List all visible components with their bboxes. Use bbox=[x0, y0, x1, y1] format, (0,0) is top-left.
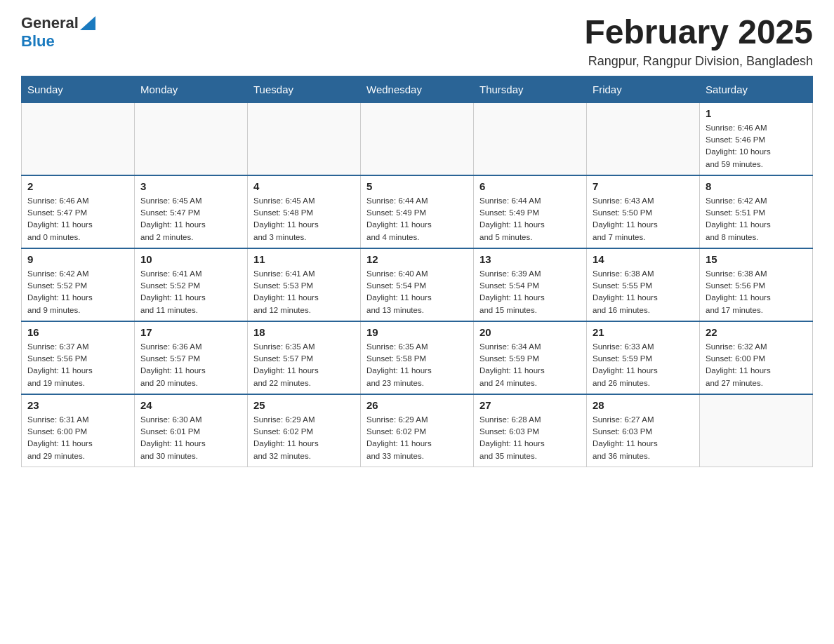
day-info: Sunrise: 6:38 AM Sunset: 5:56 PM Dayligh… bbox=[706, 268, 807, 316]
calendar-cell bbox=[700, 394, 813, 467]
calendar-cell: 17Sunrise: 6:36 AM Sunset: 5:57 PM Dayli… bbox=[135, 321, 248, 394]
day-number: 25 bbox=[253, 399, 355, 411]
logo-text-general: General bbox=[21, 14, 79, 32]
day-number: 2 bbox=[27, 180, 128, 192]
calendar-cell: 27Sunrise: 6:28 AM Sunset: 6:03 PM Dayli… bbox=[474, 394, 587, 467]
day-number: 14 bbox=[593, 253, 694, 265]
calendar-cell: 5Sunrise: 6:44 AM Sunset: 5:49 PM Daylig… bbox=[361, 175, 474, 248]
day-number: 6 bbox=[479, 180, 581, 192]
day-info: Sunrise: 6:39 AM Sunset: 5:54 PM Dayligh… bbox=[479, 268, 581, 316]
day-info: Sunrise: 6:38 AM Sunset: 5:55 PM Dayligh… bbox=[593, 268, 694, 316]
day-info: Sunrise: 6:42 AM Sunset: 5:51 PM Dayligh… bbox=[706, 195, 807, 243]
calendar-cell: 6Sunrise: 6:44 AM Sunset: 5:49 PM Daylig… bbox=[474, 175, 587, 248]
day-number: 1 bbox=[706, 107, 807, 119]
day-number: 11 bbox=[253, 253, 355, 265]
day-number: 26 bbox=[366, 399, 468, 411]
day-info: Sunrise: 6:27 AM Sunset: 6:03 PM Dayligh… bbox=[593, 414, 694, 462]
calendar-cell: 18Sunrise: 6:35 AM Sunset: 5:57 PM Dayli… bbox=[248, 321, 361, 394]
calendar-cell: 12Sunrise: 6:40 AM Sunset: 5:54 PM Dayli… bbox=[361, 248, 474, 321]
logo-triangle-icon bbox=[80, 16, 95, 30]
calendar-cell: 2Sunrise: 6:46 AM Sunset: 5:47 PM Daylig… bbox=[22, 175, 135, 248]
weekday-header-saturday: Saturday bbox=[700, 76, 813, 102]
calendar-cell bbox=[587, 102, 700, 175]
weekday-header-tuesday: Tuesday bbox=[248, 76, 361, 102]
day-number: 19 bbox=[366, 326, 468, 338]
calendar-cell: 20Sunrise: 6:34 AM Sunset: 5:59 PM Dayli… bbox=[474, 321, 587, 394]
day-number: 15 bbox=[706, 253, 807, 265]
day-number: 5 bbox=[366, 180, 468, 192]
day-info: Sunrise: 6:45 AM Sunset: 5:47 PM Dayligh… bbox=[140, 195, 241, 243]
calendar-cell: 19Sunrise: 6:35 AM Sunset: 5:58 PM Dayli… bbox=[361, 321, 474, 394]
calendar-cell bbox=[248, 102, 361, 175]
day-number: 9 bbox=[27, 253, 128, 265]
day-number: 16 bbox=[27, 326, 128, 338]
day-number: 3 bbox=[140, 180, 241, 192]
logo: General Blue bbox=[21, 14, 95, 51]
logo-text-blue: Blue bbox=[21, 32, 55, 51]
weekday-row: SundayMondayTuesdayWednesdayThursdayFrid… bbox=[22, 76, 813, 102]
day-number: 22 bbox=[706, 326, 807, 338]
calendar-cell: 11Sunrise: 6:41 AM Sunset: 5:53 PM Dayli… bbox=[248, 248, 361, 321]
calendar-cell bbox=[361, 102, 474, 175]
calendar-cell: 8Sunrise: 6:42 AM Sunset: 5:51 PM Daylig… bbox=[700, 175, 813, 248]
day-info: Sunrise: 6:28 AM Sunset: 6:03 PM Dayligh… bbox=[479, 414, 581, 462]
calendar-week-5: 23Sunrise: 6:31 AM Sunset: 6:00 PM Dayli… bbox=[22, 394, 813, 467]
day-number: 13 bbox=[479, 253, 581, 265]
calendar-table: SundayMondayTuesdayWednesdayThursdayFrid… bbox=[21, 76, 813, 467]
weekday-header-wednesday: Wednesday bbox=[361, 76, 474, 102]
day-info: Sunrise: 6:36 AM Sunset: 5:57 PM Dayligh… bbox=[140, 341, 241, 389]
calendar-cell bbox=[22, 102, 135, 175]
day-number: 4 bbox=[253, 180, 355, 192]
calendar-cell: 9Sunrise: 6:42 AM Sunset: 5:52 PM Daylig… bbox=[22, 248, 135, 321]
weekday-header-sunday: Sunday bbox=[22, 76, 135, 102]
day-number: 24 bbox=[140, 399, 241, 411]
day-number: 17 bbox=[140, 326, 241, 338]
weekday-header-friday: Friday bbox=[587, 76, 700, 102]
day-info: Sunrise: 6:30 AM Sunset: 6:01 PM Dayligh… bbox=[140, 414, 241, 462]
calendar-cell: 4Sunrise: 6:45 AM Sunset: 5:48 PM Daylig… bbox=[248, 175, 361, 248]
calendar-cell: 24Sunrise: 6:30 AM Sunset: 6:01 PM Dayli… bbox=[135, 394, 248, 467]
calendar-header: SundayMondayTuesdayWednesdayThursdayFrid… bbox=[22, 76, 813, 102]
calendar-cell: 15Sunrise: 6:38 AM Sunset: 5:56 PM Dayli… bbox=[700, 248, 813, 321]
day-number: 10 bbox=[140, 253, 241, 265]
weekday-header-monday: Monday bbox=[135, 76, 248, 102]
day-number: 18 bbox=[253, 326, 355, 338]
day-number: 8 bbox=[706, 180, 807, 192]
calendar-cell: 21Sunrise: 6:33 AM Sunset: 5:59 PM Dayli… bbox=[587, 321, 700, 394]
day-info: Sunrise: 6:33 AM Sunset: 5:59 PM Dayligh… bbox=[593, 341, 694, 389]
calendar-cell: 25Sunrise: 6:29 AM Sunset: 6:02 PM Dayli… bbox=[248, 394, 361, 467]
day-number: 7 bbox=[593, 180, 694, 192]
calendar-cell: 23Sunrise: 6:31 AM Sunset: 6:00 PM Dayli… bbox=[22, 394, 135, 467]
calendar-week-3: 9Sunrise: 6:42 AM Sunset: 5:52 PM Daylig… bbox=[22, 248, 813, 321]
calendar-cell: 22Sunrise: 6:32 AM Sunset: 6:00 PM Dayli… bbox=[700, 321, 813, 394]
calendar-cell: 7Sunrise: 6:43 AM Sunset: 5:50 PM Daylig… bbox=[587, 175, 700, 248]
calendar-cell: 16Sunrise: 6:37 AM Sunset: 5:56 PM Dayli… bbox=[22, 321, 135, 394]
day-info: Sunrise: 6:41 AM Sunset: 5:52 PM Dayligh… bbox=[140, 268, 241, 316]
calendar-body: 1Sunrise: 6:46 AM Sunset: 5:46 PM Daylig… bbox=[22, 102, 813, 467]
calendar-week-4: 16Sunrise: 6:37 AM Sunset: 5:56 PM Dayli… bbox=[22, 321, 813, 394]
calendar-cell: 26Sunrise: 6:29 AM Sunset: 6:02 PM Dayli… bbox=[361, 394, 474, 467]
calendar-subtitle: Rangpur, Rangpur Division, Bangladesh bbox=[584, 54, 813, 69]
day-info: Sunrise: 6:31 AM Sunset: 6:00 PM Dayligh… bbox=[27, 414, 128, 462]
day-info: Sunrise: 6:37 AM Sunset: 5:56 PM Dayligh… bbox=[27, 341, 128, 389]
day-info: Sunrise: 6:46 AM Sunset: 5:46 PM Dayligh… bbox=[706, 122, 807, 170]
calendar-week-2: 2Sunrise: 6:46 AM Sunset: 5:47 PM Daylig… bbox=[22, 175, 813, 248]
day-number: 27 bbox=[479, 399, 581, 411]
day-number: 28 bbox=[593, 399, 694, 411]
calendar-cell bbox=[474, 102, 587, 175]
weekday-header-thursday: Thursday bbox=[474, 76, 587, 102]
calendar-cell: 3Sunrise: 6:45 AM Sunset: 5:47 PM Daylig… bbox=[135, 175, 248, 248]
title-block: February 2025 Rangpur, Rangpur Division,… bbox=[584, 14, 813, 69]
day-info: Sunrise: 6:29 AM Sunset: 6:02 PM Dayligh… bbox=[366, 414, 468, 462]
calendar-cell: 28Sunrise: 6:27 AM Sunset: 6:03 PM Dayli… bbox=[587, 394, 700, 467]
day-info: Sunrise: 6:40 AM Sunset: 5:54 PM Dayligh… bbox=[366, 268, 468, 316]
calendar-title: February 2025 bbox=[584, 14, 813, 51]
calendar-cell: 10Sunrise: 6:41 AM Sunset: 5:52 PM Dayli… bbox=[135, 248, 248, 321]
page-header: General Blue February 2025 Rangpur, Rang… bbox=[21, 14, 813, 69]
calendar-cell bbox=[135, 102, 248, 175]
day-number: 20 bbox=[479, 326, 581, 338]
day-info: Sunrise: 6:44 AM Sunset: 5:49 PM Dayligh… bbox=[366, 195, 468, 243]
day-info: Sunrise: 6:35 AM Sunset: 5:57 PM Dayligh… bbox=[253, 341, 355, 389]
day-number: 23 bbox=[27, 399, 128, 411]
day-info: Sunrise: 6:46 AM Sunset: 5:47 PM Dayligh… bbox=[27, 195, 128, 243]
